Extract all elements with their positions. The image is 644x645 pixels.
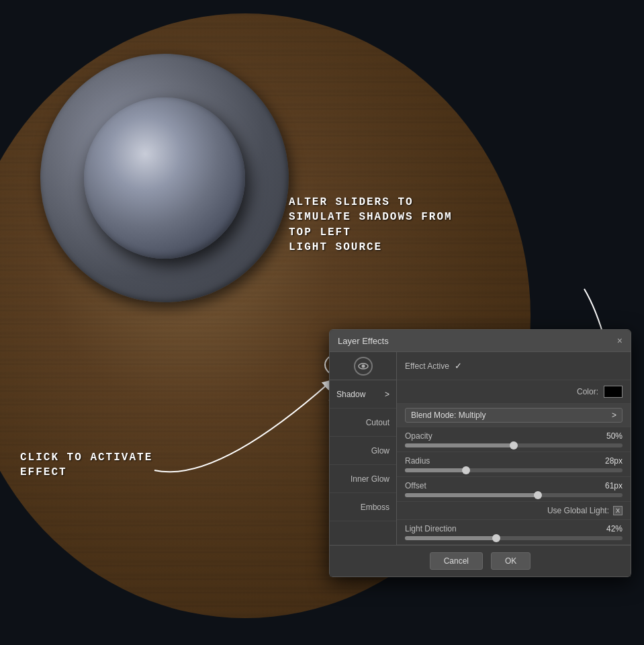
sidebar-item-cutout[interactable]: Cutout	[330, 408, 396, 437]
radius-label: Radius	[405, 456, 430, 466]
blend-mode-row: Blend Mode: Multiply >	[397, 404, 631, 427]
offset-row: Offset 61px	[397, 477, 631, 502]
opacity-row: Opacity 50%	[397, 427, 631, 452]
annotation-top: ALTER SLIDERS TO SIMULATE SHADOWS FROM T…	[289, 195, 453, 255]
offset-label: Offset	[405, 481, 426, 490]
color-swatch[interactable]	[604, 386, 623, 398]
svg-point-2	[361, 364, 365, 368]
global-light-label: Use Global Light:	[547, 506, 609, 515]
dialog-footer: Cancel OK	[330, 545, 631, 576]
radius-slider-fill	[405, 468, 466, 472]
light-direction-slider-fill	[405, 536, 496, 540]
close-button[interactable]: ×	[617, 335, 623, 346]
dialog-title: Layer Effects	[338, 336, 389, 346]
light-direction-label: Light Direction	[405, 524, 457, 533]
sidebar-item-inner-glow[interactable]: Inner Glow	[330, 465, 396, 493]
opacity-slider-thumb[interactable]	[510, 441, 518, 449]
light-direction-row: Light Direction 42%	[397, 520, 631, 545]
sidebar-item-shadow[interactable]: Shadow >	[330, 380, 396, 408]
global-light-row: Use Global Light: X	[397, 502, 631, 520]
radius-slider-thumb[interactable]	[462, 466, 470, 474]
radius-value: 28px	[599, 456, 623, 466]
sidebar-item-glow[interactable]: Glow	[330, 437, 396, 465]
dialog-sidebar: Shadow > Cutout Glow Inner Glow Emboss	[330, 352, 397, 545]
ok-button[interactable]: OK	[491, 552, 531, 570]
layer-effects-dialog: Layer Effects × Shadow > Cuto	[329, 329, 631, 577]
color-label: Color:	[577, 387, 598, 396]
offset-slider-thumb[interactable]	[534, 491, 542, 499]
opacity-label: Opacity	[405, 431, 432, 441]
global-light-checkbox[interactable]: X	[613, 506, 623, 515]
dialog-content: Effect Active ✓ Color: Blend Mode: Multi…	[397, 352, 631, 545]
light-direction-value: 42%	[599, 524, 623, 533]
sidebar-item-emboss[interactable]: Emboss	[330, 493, 396, 521]
offset-slider-fill	[405, 493, 538, 497]
effect-active-row: Effect Active ✓	[397, 352, 631, 380]
light-direction-slider-track[interactable]	[405, 536, 623, 540]
radius-slider-track[interactable]	[405, 468, 623, 472]
color-row: Color:	[397, 380, 631, 404]
light-direction-slider-thumb[interactable]	[492, 534, 500, 542]
effect-active-check: ✓	[455, 361, 462, 371]
effect-active-label: Effect Active	[405, 361, 449, 371]
offset-slider-track[interactable]	[405, 493, 623, 497]
blend-mode-button[interactable]: Blend Mode: Multiply >	[405, 408, 623, 423]
sphere-button	[84, 97, 245, 259]
shadow-label: Shadow	[336, 390, 365, 399]
cancel-button[interactable]: Cancel	[430, 552, 483, 570]
blend-mode-arrow: >	[612, 411, 616, 420]
opacity-slider-fill	[405, 443, 514, 447]
offset-value: 61px	[599, 481, 623, 490]
annotation-bottom: CLICK TO ACTIVATE EFFECT	[20, 450, 152, 480]
radius-row: Radius 28px	[397, 452, 631, 477]
shadow-arrow: >	[385, 390, 389, 399]
blend-mode-label: Blend Mode: Multiply	[411, 411, 486, 420]
eye-icon[interactable]	[354, 357, 373, 376]
opacity-slider-track[interactable]	[405, 443, 623, 447]
opacity-value: 50%	[599, 431, 623, 441]
dialog-body: Shadow > Cutout Glow Inner Glow Emboss	[330, 352, 631, 545]
dialog-titlebar: Layer Effects ×	[330, 330, 631, 352]
eye-row	[330, 352, 396, 380]
